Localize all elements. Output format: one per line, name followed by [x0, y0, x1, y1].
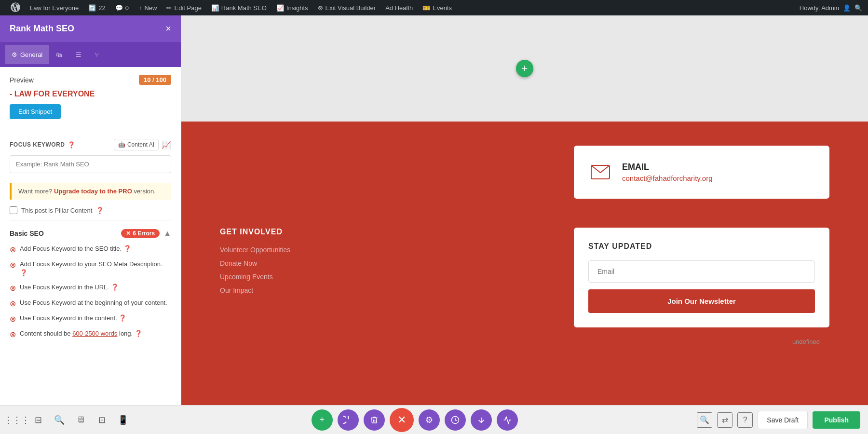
focus-keyword-actions: 🤖 Content AI 📈 [114, 139, 171, 150]
edit-page-link[interactable]: ✏ Edit Page [162, 0, 206, 15]
tab-social[interactable]: 🛍 [49, 45, 69, 64]
page-red-section: EMAIL contact@fahadforcharity.org GET IN… [181, 122, 868, 411]
seo-item-4: ⊗ Use Focus Keyword at the beginning of … [10, 296, 171, 311]
upgrade-link[interactable]: Upgrade today to the PRO [54, 188, 132, 195]
toolbar-settings-button[interactable]: ⚙ [419, 409, 440, 431]
seo-help-6[interactable]: ❓ [135, 330, 142, 337]
words-link[interactable]: 600-2500 words [72, 330, 117, 337]
toolbar-tablet-button[interactable]: ⊡ [93, 411, 111, 429]
seo-error-icon-1: ⊗ [10, 245, 16, 254]
seo-help-3[interactable]: ❓ [111, 284, 119, 291]
toolbar-right-help[interactable]: ? [737, 412, 753, 428]
toolbar-right: 🔍 ⇄ ? Save Draft Publish [697, 411, 860, 429]
pillar-content-checkbox[interactable] [10, 206, 17, 214]
admin-right: Howdy, Admin 👤 🔍 [800, 4, 862, 12]
add-section-button[interactable]: + [516, 60, 533, 77]
pillar-content: This post is Pillar Content ❓ [10, 206, 171, 214]
events-link[interactable]: 🎫 Events [418, 0, 457, 15]
rank-math-link[interactable]: 📊 Rank Math SEO [206, 0, 271, 15]
volunteer-link[interactable]: Volunteer Opportunities [220, 246, 378, 254]
vb-canvas: + EMAIL [181, 15, 868, 411]
footer-columns: GET INVOLVED Volunteer Opportunities Don… [220, 228, 829, 327]
toolbar-power-button[interactable] [338, 409, 359, 431]
toolbar-analytics-button[interactable] [497, 409, 518, 431]
updates-link[interactable]: 🔄 22 [83, 0, 110, 15]
seo-error-icon-4: ⊗ [10, 299, 16, 308]
donate-link[interactable]: Donate Now [220, 259, 378, 267]
seo-item-text-4: Use Focus Keyword at the beginning of yo… [20, 298, 171, 307]
email-info: EMAIL contact@fahadforcharity.org [622, 162, 713, 182]
newsletter-container: STAY UPDATED Join Our Newsletter [574, 228, 829, 327]
insights-link[interactable]: 📈 Insights [271, 0, 313, 15]
events-footer-link[interactable]: Upcoming Events [220, 273, 378, 281]
focus-keyword-section: FOCUS KEYWORD ❓ 🤖 Content AI 📈 [10, 139, 171, 173]
content-ai-button[interactable]: 🤖 Content AI [114, 139, 159, 150]
basic-seo-header[interactable]: Basic SEO ✕ 6 Errors ▲ [10, 225, 171, 242]
preview-score: 10 / 100 [139, 75, 171, 85]
seo-help-5[interactable]: ❓ [119, 314, 126, 322]
seo-error-icon-6: ⊗ [10, 330, 16, 339]
updates-icon: 🔄 [88, 4, 96, 12]
tab-general[interactable]: ⚙ General [5, 45, 49, 64]
seo-header-right: ✕ 6 Errors ▲ [121, 229, 171, 238]
toolbar-center: + ✕ ⚙ [132, 408, 697, 432]
seo-help-2[interactable]: ❓ [20, 269, 27, 276]
page-top-section: + [181, 15, 868, 122]
toolbar-reorder-button[interactable] [471, 409, 492, 431]
toolbar-history-button[interactable] [445, 409, 466, 431]
new-link[interactable]: + New [134, 0, 162, 15]
collapse-icon[interactable]: ▲ [163, 229, 171, 238]
comments-link[interactable]: 💬 0 [110, 0, 134, 15]
advanced-tab-icon: ⑂ [95, 51, 99, 58]
toolbar-delete-button[interactable] [364, 409, 385, 431]
newsletter-email-input[interactable] [588, 260, 815, 283]
toolbar-right-sync[interactable]: ⇄ [717, 412, 732, 428]
toolbar-right-search[interactable]: 🔍 [697, 412, 712, 428]
site-name-link[interactable]: Law for Everyone [25, 0, 83, 15]
seo-item-text-1: Add Focus Keyword to the SEO title. ❓ [20, 244, 171, 253]
publish-button[interactable]: Publish [813, 411, 860, 429]
undefined-section: undefined [220, 337, 829, 346]
toolbar-menu-button[interactable]: ⋮⋮⋮ [8, 411, 26, 429]
edit-snippet-button[interactable]: Edit Snippet [10, 104, 61, 119]
toolbar-desktop-button[interactable]: 🖥 [71, 411, 90, 429]
seo-help-1[interactable]: ❓ [123, 245, 131, 252]
toolbar-search-button[interactable]: 🔍 [50, 411, 68, 429]
tab-schema[interactable]: ☰ [69, 45, 88, 64]
events-icon: 🎫 [422, 4, 430, 12]
rm-close-button[interactable]: × [165, 23, 171, 34]
basic-seo-title: Basic SEO [10, 230, 44, 237]
comments-count: 0 [125, 4, 129, 12]
pillar-content-label: This post is Pillar Content [21, 207, 92, 214]
divider-2 [10, 220, 171, 220]
preview-section: Preview 10 / 100 - LAW FOR EVERYONE Edit… [10, 75, 171, 119]
seo-item-text-6: Content should be 600-2500 words long. ❓ [20, 329, 171, 338]
email-address: contact@fahadforcharity.org [622, 174, 713, 182]
pillar-help-icon[interactable]: ❓ [96, 207, 104, 214]
seo-item-1: ⊗ Add Focus Keyword to the SEO title. ❓ [10, 242, 171, 257]
content-area: + EMAIL [181, 15, 868, 434]
toolbar-add-button[interactable]: + [312, 409, 333, 431]
ad-health-link[interactable]: Ad Health [380, 0, 418, 15]
focus-keyword-input[interactable] [10, 155, 171, 173]
toolbar-layout-button[interactable]: ⊟ [29, 411, 47, 429]
search-icon[interactable]: 🔍 [854, 4, 862, 12]
seo-error-icon-3: ⊗ [10, 284, 16, 293]
preview-site-name: - LAW FOR EVERYONE [10, 90, 171, 98]
rm-panel-header: Rank Math SEO × [0, 15, 181, 42]
fk-chart-icon[interactable]: 📈 [162, 140, 171, 149]
seo-error-icon-2: ⊗ [10, 260, 16, 270]
preview-header: Preview 10 / 100 [10, 75, 171, 85]
toolbar-mobile-button[interactable]: 📱 [114, 411, 132, 429]
save-draft-button[interactable]: Save Draft [758, 411, 808, 429]
newsletter-button[interactable]: Join Our Newsletter [588, 289, 815, 313]
exit-vb-link[interactable]: ⊗ Exit Visual Builder [313, 0, 381, 15]
toolbar-close-button[interactable]: ✕ [390, 408, 414, 432]
fk-help-icon[interactable]: ❓ [68, 141, 76, 149]
get-involved-col: GET INVOLVED Volunteer Opportunities Don… [220, 228, 378, 327]
wp-logo[interactable] [6, 0, 25, 15]
impact-link[interactable]: Our Impact [220, 286, 378, 294]
bottom-toolbar: ⋮⋮⋮ ⊟ 🔍 🖥 ⊡ 📱 + ✕ ⚙ 🔍 ⇄ ? Save Draft Pub… [0, 405, 868, 434]
tab-advanced[interactable]: ⑂ [88, 45, 106, 64]
main-wrapper: Rank Math SEO × ⚙ General 🛍 ☰ ⑂ Preview [0, 15, 868, 434]
